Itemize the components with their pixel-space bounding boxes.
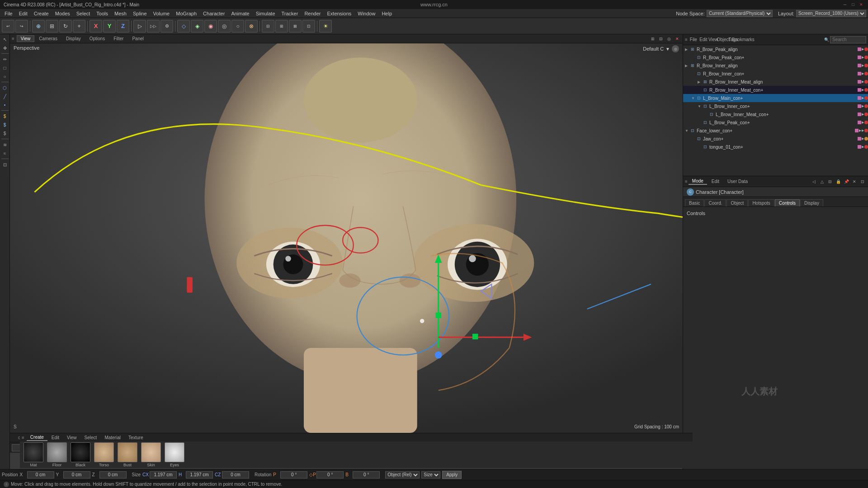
prop-tab-userdata[interactable]: User Data xyxy=(724,178,751,184)
toolbar-btn-a[interactable]: ⊠ xyxy=(289,20,302,33)
material-item-skin[interactable]: Skin xyxy=(141,442,161,467)
lt-point[interactable]: • xyxy=(1,101,9,109)
toolbar-btn-scale[interactable]: ⊞ xyxy=(46,20,58,33)
tab-display[interactable]: Display xyxy=(62,35,85,42)
menu-animate[interactable]: Animate xyxy=(228,10,252,17)
node-space-select[interactable]: Current (Standard/Physical) xyxy=(707,10,773,17)
tree-menu-view[interactable]: View xyxy=(709,36,717,44)
tree-item-r-brow-peak-con[interactable]: ⊡ R_Brow_Peak_con+ ▶ xyxy=(683,53,868,61)
menu-help[interactable]: Help xyxy=(379,10,395,17)
lt-pointer[interactable]: ↖ xyxy=(1,35,9,43)
cy-input[interactable] xyxy=(186,471,213,479)
lt-s1[interactable]: $ xyxy=(1,112,9,120)
toolbar-btn-obj3[interactable]: ◉ xyxy=(204,20,217,33)
h-input[interactable] xyxy=(316,471,344,479)
vp-icon-camera[interactable]: ◎ xyxy=(665,35,673,42)
toolbar-btn-null[interactable]: + xyxy=(73,20,85,33)
close-button[interactable]: ✕ xyxy=(858,1,864,8)
material-item-bust[interactable]: Bust xyxy=(118,442,137,467)
menu-create[interactable]: Create xyxy=(31,10,52,17)
tree-menu-file[interactable]: File xyxy=(689,36,698,44)
mat-tab-texture[interactable]: Texture xyxy=(125,435,147,441)
toolbar-btn-obj6[interactable]: ⊗ xyxy=(245,20,258,33)
toolbar-btn-y[interactable]: Y xyxy=(103,20,116,33)
lt-sculpt1[interactable]: ≋ xyxy=(1,141,9,149)
tab-options[interactable]: Options xyxy=(85,35,109,42)
layout-select[interactable]: Screen_Record_1080 (Users) xyxy=(796,10,866,17)
tree-item-r-brow-inner-meat-align[interactable]: ▶ ⊞ R_Brow_Inner_Meat_align ▶ xyxy=(683,78,868,86)
toolbar-btn-obj2[interactable]: ◈ xyxy=(191,20,203,33)
tree-menu-obj[interactable]: Object xyxy=(719,36,727,44)
y-pos-input[interactable] xyxy=(63,471,90,479)
menu-mograph[interactable]: MoGraph xyxy=(173,10,199,17)
tab-view[interactable]: View xyxy=(17,35,35,42)
search-input[interactable] xyxy=(830,36,866,43)
minimize-button[interactable]: ─ xyxy=(842,1,848,8)
toolbar-btn-obj4[interactable]: ◎ xyxy=(218,20,231,33)
toolbar-btn-redo[interactable]: ↪ xyxy=(15,20,28,33)
prop-subtab-object[interactable]: Object xyxy=(726,199,748,206)
prop-subtab-basic[interactable]: Basic xyxy=(685,199,704,206)
prop-nav-up[interactable]: △ xyxy=(818,178,826,185)
tab-cameras[interactable]: Cameras xyxy=(35,35,61,42)
prop-nav-filter[interactable]: ⊟ xyxy=(826,178,834,185)
lt-edge[interactable]: ╱ xyxy=(1,92,9,100)
prop-nav-side[interactable]: ⊡ xyxy=(859,178,866,185)
lt-sculpt2[interactable]: ≈ xyxy=(1,149,9,157)
menu-spline[interactable]: Spline xyxy=(130,10,150,17)
toolbar-btn-grid[interactable]: ⊞ xyxy=(275,20,288,33)
material-item-torso[interactable]: Torso xyxy=(94,442,114,467)
prop-subtab-coord[interactable]: Coord. xyxy=(704,199,726,206)
lt-lasso[interactable]: ○ xyxy=(1,72,9,80)
tree-item-l-brow-inner-con[interactable]: ▼ ⊡ L_Brow_Inner_con+ ▶ xyxy=(683,102,868,110)
prop-nav-pin[interactable]: 📌 xyxy=(843,178,850,185)
prop-nav-back[interactable]: ◁ xyxy=(810,178,817,185)
material-item-mat[interactable]: Mat xyxy=(24,442,43,467)
menu-tracker[interactable]: Tracker xyxy=(279,10,301,17)
tree-item-l-brow-main-con[interactable]: ▼ ⊡ L_Brow_Main_con+ ▶ xyxy=(683,94,868,102)
tab-filter[interactable]: Filter xyxy=(109,35,127,42)
toolbar-btn-obj1[interactable]: ◇ xyxy=(177,20,190,33)
toolbar-btn-snap[interactable]: ⊟ xyxy=(262,20,274,33)
toolbar-btn-move[interactable]: ⊕ xyxy=(32,20,45,33)
lt-paint[interactable]: ✏ xyxy=(1,55,9,63)
menu-window[interactable]: Window xyxy=(355,10,378,17)
prop-nav-lock[interactable]: 🔒 xyxy=(835,178,842,185)
tree-menu-edit[interactable]: Edit xyxy=(699,36,708,44)
tree-item-r-brow-inner-meat-con[interactable]: ⊡ R_Brow_Inner_Meat_con+ ▶ xyxy=(683,86,868,94)
lt-s3[interactable]: $ xyxy=(1,129,9,137)
menu-volume[interactable]: Volume xyxy=(151,10,173,17)
toolbar-btn-b[interactable]: ⊡ xyxy=(302,20,315,33)
tree-item-face-lower-con[interactable]: ▼ ⊡ Face_lower_con+ ▶ ▶ xyxy=(683,127,868,135)
z-pos-input[interactable] xyxy=(99,471,127,479)
size-type-select[interactable]: Size xyxy=(421,471,440,479)
mat-tab-select[interactable]: Select xyxy=(81,435,101,441)
toolbar-btn-renderall[interactable]: ▷▷ xyxy=(147,20,160,33)
lt-anim[interactable]: ⊡ xyxy=(1,160,9,169)
toolbar-btn-x[interactable]: X xyxy=(90,20,102,33)
toolbar-btn-rotate[interactable]: ↻ xyxy=(59,20,72,33)
x-pos-input[interactable] xyxy=(27,471,54,479)
tree-item-jaw-con[interactable]: ⊡ Jaw_con+ ▶ xyxy=(683,135,868,143)
tree-item-l-brow-peak-con[interactable]: ⊡ L_Brow_Peak_con+ ▶ xyxy=(683,118,868,127)
material-item-eyes[interactable]: Eyes xyxy=(165,442,184,467)
menu-extensions[interactable]: Extensions xyxy=(324,10,354,17)
prop-nav-x[interactable]: ✕ xyxy=(851,178,858,185)
lt-move[interactable]: ✥ xyxy=(1,44,9,52)
menu-select[interactable]: Select xyxy=(74,10,93,17)
vp-icon-layout[interactable]: ⊟ xyxy=(657,35,665,42)
maximize-button[interactable]: □ xyxy=(850,1,856,8)
toolbar-btn-render[interactable]: ▷ xyxy=(133,20,146,33)
lt-box[interactable]: □ xyxy=(1,64,9,72)
mat-tab-edit[interactable]: Edit xyxy=(48,435,63,441)
material-item-black[interactable]: Black xyxy=(71,442,90,467)
tree-item-r-brow-inner-align[interactable]: ▶ ⊞ R_Brow_Inner_align ▶ xyxy=(683,61,868,70)
menu-mesh[interactable]: Mesh xyxy=(112,10,129,17)
toolbar-btn-renderopt[interactable]: ⚙ xyxy=(160,20,173,33)
menu-tools[interactable]: Tools xyxy=(94,10,111,17)
toolbar-btn-undo[interactable]: ↩ xyxy=(2,20,14,33)
menu-edit[interactable]: Edit xyxy=(16,10,30,17)
vp-icon-close[interactable]: ✕ xyxy=(674,35,681,42)
cz-input[interactable] xyxy=(222,471,249,479)
tree-item-l-brow-inner-meat-con[interactable]: ⊡ L_Brow_Inner_Meat_con+ ▶ xyxy=(683,110,868,118)
